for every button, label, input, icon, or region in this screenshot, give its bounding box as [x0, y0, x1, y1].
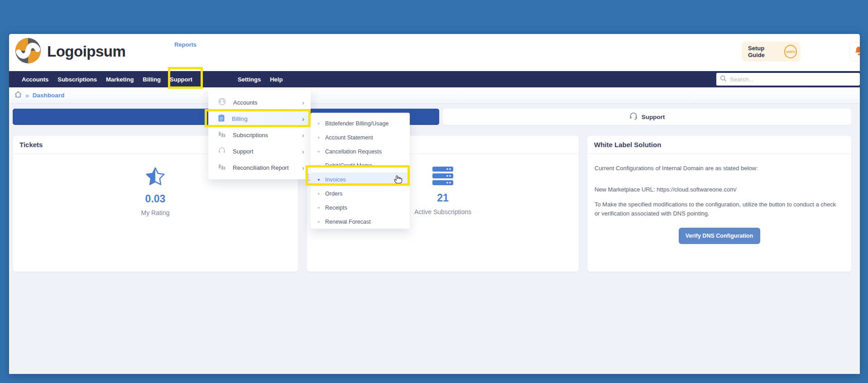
notifications-button[interactable] [849, 42, 860, 61]
nav-item-marketing[interactable]: Marketing [101, 76, 138, 83]
white-label-card: White Label Solution Current Configurati… [587, 136, 851, 272]
setup-guide-label: Setup Guide [748, 45, 780, 58]
menu-item-subscriptions[interactable]: Subscriptions › [208, 127, 311, 143]
star-rating-icon [145, 167, 166, 188]
submenu-item-cancellation-requests[interactable]: Cancellation Requests [311, 144, 410, 158]
nav-item-accounts[interactable]: Accounts [17, 76, 53, 83]
logo-title: Logoipsum [47, 43, 125, 60]
hand-cursor-icon [393, 173, 403, 186]
app-window: Logoipsum Setup Guide 100% Accounts Subs… [9, 34, 860, 374]
tab-support[interactable]: Support [443, 109, 851, 125]
menu-item-reconciliation-report[interactable]: Reconciliation Report › [208, 159, 311, 176]
reports-dropdown-menu: Accounts › Billing › [208, 90, 311, 179]
menu-item-billing[interactable]: Billing › [208, 110, 311, 127]
bullet-icon [318, 137, 320, 139]
headset-icon [629, 112, 638, 122]
chevron-right-icon: › [302, 164, 304, 172]
search-icon [720, 75, 727, 84]
tab-support-label: Support [642, 114, 665, 120]
chevron-right-icon: › [302, 115, 304, 123]
breadcrumb: » Dashboard [9, 87, 860, 103]
nav-item-billing[interactable]: Billing [138, 76, 165, 83]
nav-item-subscriptions[interactable]: Subscriptions [53, 76, 101, 83]
menu-item-support[interactable]: Support › [208, 143, 311, 159]
bullet-icon [318, 123, 320, 124]
search-input[interactable] [730, 76, 856, 83]
nav-item-reports[interactable]: Reports [171, 36, 200, 53]
scrollbar-dots[interactable] [308, 174, 310, 181]
billing-submenu: Bitdefender Billing/Usage Account Statem… [311, 113, 410, 229]
clipboard-icon [218, 114, 225, 124]
submenu-item-renewal-forecast[interactable]: Renewal Forecast [311, 215, 410, 229]
bar-chart-icon [218, 131, 225, 139]
logo[interactable]: Logoipsum [15, 38, 125, 65]
header: Logoipsum Setup Guide 100% [9, 34, 860, 71]
bullet-icon [318, 221, 320, 223]
white-label-card-header: White Label Solution [587, 136, 851, 154]
submenu-item-receipts[interactable]: Receipts [311, 201, 410, 215]
headset-icon [218, 147, 225, 156]
white-label-card-title: White Label Solution [594, 141, 661, 148]
rating-value: 0.03 [145, 193, 166, 205]
white-label-line3: To Make the specified modifications to t… [595, 200, 841, 218]
nav-item-support[interactable]: Support [165, 76, 197, 83]
setup-guide-button[interactable]: Setup Guide 100% [742, 42, 801, 62]
breadcrumb-dashboard[interactable]: Dashboard [33, 92, 65, 99]
chevron-right-icon: › [302, 99, 304, 106]
nav-item-help[interactable]: Help [265, 76, 287, 83]
bullet-icon [318, 151, 320, 153]
logo-icon [15, 38, 41, 65]
submenu-item-orders[interactable]: Orders [311, 187, 410, 201]
active-subscriptions-label: Active Subscriptions [414, 208, 471, 215]
verify-dns-button[interactable]: Verify DNS Configuration [679, 228, 760, 244]
active-subscriptions-value: 21 [437, 192, 449, 204]
chevron-right-icon: › [302, 131, 304, 139]
progress-badge: 100% [784, 45, 797, 58]
bullet-icon [318, 165, 320, 167]
servers-icon [432, 167, 453, 187]
breadcrumb-separator: » [25, 92, 29, 99]
bullet-icon [318, 193, 320, 195]
bullet-icon [318, 207, 320, 209]
nav-item-settings[interactable]: Settings [233, 76, 265, 83]
white-label-line2: New Marketplace URL: https://cloud.softw… [595, 186, 844, 193]
submenu-item-debit-credit-memo[interactable]: Debit/Credit Memo [311, 158, 410, 172]
home-icon[interactable] [14, 91, 22, 100]
search-bar[interactable] [716, 73, 860, 86]
bar-chart-icon [218, 163, 225, 172]
bullet-icon [318, 179, 320, 181]
chevron-right-icon: › [302, 148, 304, 155]
white-label-line1: Current Configurations of Internal Domai… [595, 165, 844, 172]
menu-item-accounts[interactable]: Accounts › [208, 94, 311, 110]
submenu-item-bitdefender-billing-usage[interactable]: Bitdefender Billing/Usage [311, 116, 410, 130]
bell-icon [854, 46, 860, 57]
user-icon [218, 98, 226, 107]
submenu-item-account-statement[interactable]: Account Statement [311, 130, 410, 144]
tickets-card-title: Tickets [19, 141, 43, 148]
rating-label: My Rating [141, 209, 169, 216]
